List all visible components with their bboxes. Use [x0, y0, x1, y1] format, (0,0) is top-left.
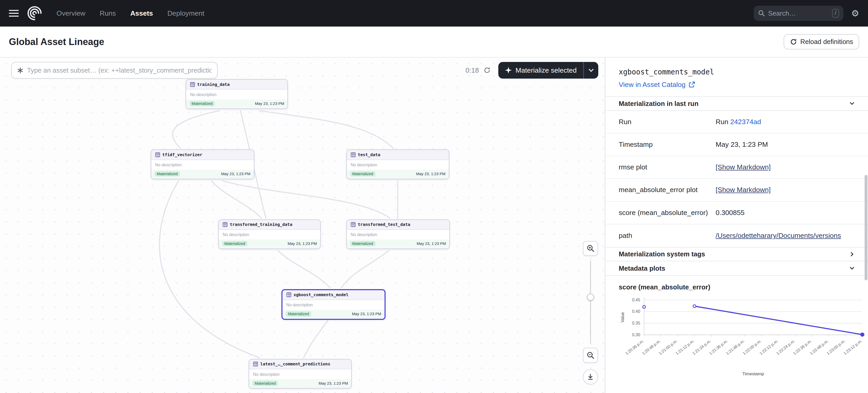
zoom-slider[interactable]: [583, 260, 598, 343]
materialize-selected-button[interactable]: Materialize selected: [498, 62, 598, 78]
external-link-icon: [689, 81, 695, 88]
metadata-label: mean_absolute_error plot: [605, 186, 715, 194]
metadata-label: Run: [605, 118, 715, 126]
topnav-item-assets[interactable]: Assets: [130, 9, 153, 18]
section-system-tags[interactable]: Materialization system tags: [605, 247, 868, 261]
asset-node-tfidf_vectorizer[interactable]: tfidf_vectorizerNo descriptionMaterializ…: [151, 150, 254, 179]
asset-node-name: xgboost_comments_model: [293, 292, 348, 297]
svg-text:1:23:00 p.m.: 1:23:00 p.m.: [826, 338, 846, 356]
zoom-slider-handle[interactable]: [587, 294, 594, 301]
asset-node-header: training_data: [186, 79, 288, 90]
metadata-link[interactable]: 242374ad: [730, 118, 761, 126]
zoom-in-button[interactable]: [583, 241, 598, 256]
table-icon: [253, 361, 258, 366]
last-run-table: RunRun 242374adTimestampMay 23, 1:23 PMr…: [605, 111, 868, 247]
materialized-badge: Materialized: [350, 171, 375, 176]
asset-filter-input[interactable]: [27, 67, 212, 74]
zoom-out-icon: [587, 351, 594, 359]
asset-node-header: tfidf_vectorizer: [151, 150, 254, 160]
asset-node-transformed_test_data[interactable]: transformed_test_dataNo descriptionMater…: [346, 220, 450, 249]
refresh-button[interactable]: [484, 67, 491, 74]
edge-transformed_training_data-to-xgboost_comments_model: [278, 251, 330, 288]
materialization-time: May 23, 1:23 PM: [416, 241, 446, 246]
asset-node-description: No description: [219, 230, 320, 239]
asset-node-name: transformed_training_data: [230, 222, 292, 227]
edge-training_data-to-tfidf_vectorizer: [173, 111, 219, 149]
metadata-row-mean-absolute-error-plot: mean_absolute_error plot[Show Markdown]: [605, 179, 868, 201]
materialized-badge: Materialized: [286, 311, 311, 317]
materialize-main[interactable]: Materialize selected: [498, 66, 583, 74]
topnav-item-deployment[interactable]: Deployment: [167, 9, 205, 18]
lineage-graph[interactable]: training_dataNo descriptionMaterializedM…: [0, 58, 605, 393]
svg-text:1:21:36 p.m.: 1:21:36 p.m.: [708, 338, 728, 356]
svg-text:0.30: 0.30: [632, 333, 640, 337]
search-shortcut: /: [832, 9, 839, 18]
graph-toolbar: 0:18 Materialize selected: [11, 62, 598, 78]
asset-node-name: latest_…_comment_predictions: [260, 361, 330, 366]
dagster-logo[interactable]: [27, 6, 42, 21]
metadata-row-path: path/Users/odetteharary/Documents/versio…: [605, 224, 868, 247]
section-metadata-plots[interactable]: Metadata plots: [605, 261, 868, 275]
asset-node-description: No description: [249, 369, 351, 379]
section-materialization-last-run[interactable]: Materialization in last run: [605, 96, 868, 110]
metadata-link[interactable]: [Show Markdown]: [716, 186, 771, 194]
chevron-right-icon: [849, 252, 855, 257]
svg-text:Value: Value: [621, 312, 625, 323]
reload-definitions-button[interactable]: Reload definitions: [784, 34, 859, 50]
sparkle-icon: [505, 67, 512, 74]
search-input[interactable]: [768, 10, 829, 17]
svg-text:0.45: 0.45: [632, 298, 640, 302]
asset-details-header: xgboost_comments_model View in Asset Cat…: [605, 58, 868, 96]
metadata-text: May 23, 1:23 PM: [716, 140, 768, 149]
svg-text:1:20:36 p.m.: 1:20:36 p.m.: [625, 338, 645, 356]
zoom-out-button[interactable]: [583, 348, 598, 363]
catalog-link-label: View in Asset Catalog: [619, 81, 686, 89]
section-title: Materialization system tags: [619, 250, 705, 258]
asset-node-training_data[interactable]: training_dataNo descriptionMaterializedM…: [186, 79, 288, 109]
settings-gear-icon[interactable]: ⚙: [851, 9, 860, 18]
metadata-row-run: RunRun 242374ad: [605, 111, 868, 133]
metadata-value: /Users/odetteharary/Documents/versions: [716, 232, 868, 240]
metadata-value: 0.300855: [716, 209, 868, 217]
asset-node-latest_comment_predictions[interactable]: latest_…_comment_predictionsNo descripti…: [249, 359, 352, 389]
fit-view-button[interactable]: [583, 369, 598, 384]
asset-node-footer: MaterializedMay 23, 1:23 PM: [219, 239, 320, 249]
metadata-link[interactable]: [Show Markdown]: [716, 163, 771, 171]
op-selector-icon: [17, 67, 23, 73]
reload-definitions-label: Reload definitions: [800, 38, 853, 45]
page-header: Global Asset Lineage Reload definitions: [0, 27, 868, 58]
edge-tfidf_vectorizer-to-transformed_training_data: [212, 181, 261, 218]
chevron-down-icon: [849, 101, 855, 106]
asset-filter[interactable]: [11, 62, 218, 78]
materialized-badge: Materialized: [350, 241, 375, 246]
asset-node-footer: MaterializedMay 23, 1:23 PM: [186, 99, 288, 108]
topnav-item-overview[interactable]: Overview: [57, 9, 85, 18]
asset-node-description: No description: [347, 230, 450, 239]
metadata-link[interactable]: /Users/odetteharary/Documents/versions: [716, 232, 841, 239]
asset-node-test_data[interactable]: test_dataNo descriptionMaterializedMay 2…: [346, 150, 450, 179]
svg-text:1:20:48 p.m.: 1:20:48 p.m.: [641, 338, 661, 356]
page-title: Global Asset Lineage: [9, 36, 104, 47]
svg-text:Timestamp: Timestamp: [743, 371, 764, 376]
svg-text:1:22:00 p.m.: 1:22:00 p.m.: [742, 338, 762, 356]
asset-node-xgboost_comments_model[interactable]: xgboost_comments_modelNo descriptionMate…: [281, 289, 385, 320]
topnav-item-runs[interactable]: Runs: [100, 9, 116, 18]
svg-text:1:21:00 p.m.: 1:21:00 p.m.: [658, 338, 678, 356]
svg-text:0.35: 0.35: [632, 321, 640, 325]
view-in-asset-catalog-link[interactable]: View in Asset Catalog: [619, 81, 855, 89]
reload-icon: [790, 38, 797, 45]
global-search[interactable]: /: [754, 6, 843, 21]
menu-icon[interactable]: [9, 10, 19, 17]
svg-text:1:23:12 p.m.: 1:23:12 p.m.: [843, 338, 863, 356]
metadata-value: Run 242374ad: [716, 118, 868, 126]
materialized-badge: Materialized: [252, 381, 278, 386]
materialization-time: May 23, 1:23 PM: [221, 172, 250, 176]
svg-text:1:22:36 p.m.: 1:22:36 p.m.: [793, 338, 812, 356]
asset-node-transformed_training_data[interactable]: transformed_training_dataNo descriptionM…: [218, 220, 321, 249]
edge-tfidf_vectorizer-to-latest_comment_predictions: [159, 181, 259, 358]
fit-view-icon: [587, 373, 594, 380]
topnav-links: OverviewRunsAssetsDeployment: [57, 9, 205, 18]
asset-node-name: test_data: [358, 152, 380, 157]
materialize-dropdown-button[interactable]: [584, 62, 598, 78]
sidebar-scrollbar[interactable]: [865, 175, 867, 280]
